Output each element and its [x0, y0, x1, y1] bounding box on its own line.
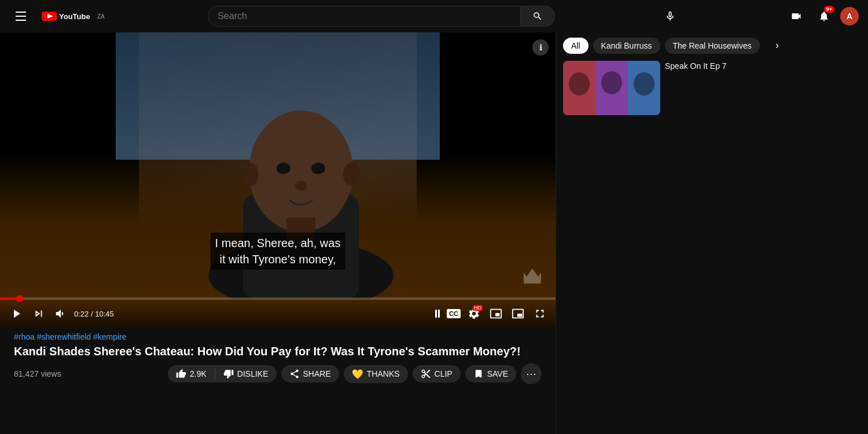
total-time: 10:45: [95, 310, 114, 318]
play-button[interactable]: [7, 304, 25, 323]
notifications-button[interactable]: 9+: [812, 5, 836, 28]
current-time: 0:22: [74, 310, 89, 318]
hamburger-menu-button[interactable]: [9, 5, 32, 28]
svg-point-11: [295, 181, 307, 190]
svg-point-8: [343, 163, 361, 186]
fullscreen-button[interactable]: [531, 305, 549, 322]
fullscreen-icon: [534, 307, 546, 320]
svg-text:YouTube: YouTube: [59, 12, 90, 21]
svg-point-19: [634, 72, 654, 95]
thanks-button[interactable]: 💛 THANKS: [344, 365, 408, 383]
video-subtitle: I mean, Sheree, ah, was it with Tyrone's…: [211, 233, 345, 270]
like-dislike-group: 2.9K DISLIKE: [168, 365, 277, 382]
crown-watermark: [521, 264, 544, 287]
svg-rect-12: [524, 281, 541, 284]
svg-point-18: [601, 71, 622, 94]
search-bar: [208, 6, 555, 27]
cc-button[interactable]: CC: [447, 309, 461, 318]
youtube-logo[interactable]: YouTube ZA: [42, 10, 105, 22]
info-button[interactable]: ℹ: [532, 39, 549, 56]
svg-point-17: [569, 72, 590, 95]
save-button[interactable]: SAVE: [465, 365, 516, 382]
view-count: 81,427 views: [14, 369, 61, 378]
svg-point-7: [241, 163, 259, 186]
voice-search-button[interactable]: [659, 5, 682, 28]
share-label: SHARE: [303, 369, 331, 378]
hamburger-icon: [11, 7, 31, 25]
main-layout: I mean, Sheree, ah, was it with Tyrone's…: [0, 32, 868, 434]
search-button[interactable]: [521, 6, 555, 27]
video-tags[interactable]: #rhoa #sherewhitfield #kempire: [14, 332, 542, 341]
related-video-title: Speak On It Ep 7: [665, 61, 781, 71]
below-video: #rhoa #sherewhitfield #kempire Kandi Sha…: [0, 328, 556, 434]
share-button[interactable]: SHARE: [281, 365, 339, 382]
notification-badge: 9+: [824, 6, 834, 13]
pip-button[interactable]: [509, 305, 527, 322]
miniplayer-icon: [490, 307, 502, 320]
time-display: 0:22 / 10:45: [74, 310, 114, 318]
create-icon: [790, 10, 802, 22]
skip-next-icon: [32, 307, 45, 320]
next-button[interactable]: [30, 305, 47, 322]
subtitle-line2: it with Tyrone's money,: [215, 251, 341, 267]
chip-row: All Kandi Burruss The Real Housewives ›: [563, 37, 781, 54]
related-video-card[interactable]: Speak On It Ep 7: [563, 61, 781, 115]
thanks-label: THANKS: [367, 369, 400, 378]
search-input-wrapper: [208, 6, 521, 27]
related-thumb-image: [563, 61, 660, 115]
clip-button[interactable]: CLIP: [413, 365, 461, 382]
svg-point-5: [249, 111, 353, 232]
chip-real-housewives[interactable]: The Real Housewives: [665, 38, 760, 54]
clip-label: CLIP: [435, 369, 453, 378]
chip-all[interactable]: All: [563, 38, 589, 54]
subtitle-line1: I mean, Sheree, ah, was: [215, 235, 341, 251]
more-options-button[interactable]: ⋯: [521, 363, 542, 384]
user-avatar-button[interactable]: A: [840, 7, 859, 25]
youtube-wordmark-icon: YouTube: [42, 10, 94, 22]
save-label: SAVE: [487, 369, 508, 378]
dislike-label: DISLIKE: [237, 369, 269, 378]
pause-bar2: [438, 310, 440, 318]
pause-bar1: [435, 310, 437, 318]
video-title: Kandi Shades Sheree's Chateau: How Did Y…: [14, 344, 542, 359]
sidebar: All Kandi Burruss The Real Housewives ›: [556, 32, 788, 434]
volume-icon: [54, 307, 67, 320]
chip-scroll-right-button[interactable]: ›: [773, 37, 781, 54]
svg-point-10: [311, 163, 325, 174]
svg-point-9: [277, 163, 290, 174]
top-navigation: YouTube ZA 9+ A: [0, 0, 868, 32]
settings-wrapper: HD: [465, 305, 483, 322]
video-section: I mean, Sheree, ah, was it with Tyrone's…: [0, 32, 556, 434]
thanks-icon: 💛: [352, 369, 363, 380]
related-video-info: Speak On It Ep 7: [665, 61, 781, 115]
search-icon: [532, 11, 543, 21]
save-icon: [473, 369, 484, 379]
thumbs-down-icon: [223, 369, 234, 379]
volume-button[interactable]: [52, 305, 69, 322]
search-input[interactable]: [208, 6, 520, 26]
pause-toggle-button[interactable]: [433, 307, 442, 320]
nav-right: 9+ A: [785, 5, 859, 28]
chip-kandi[interactable]: Kandi Burruss: [593, 38, 660, 54]
microphone-icon: [664, 10, 676, 22]
pip-icon: [512, 307, 524, 320]
share-icon: [289, 369, 300, 379]
miniplayer-button[interactable]: [487, 305, 505, 322]
dislike-button[interactable]: DISLIKE: [215, 365, 277, 382]
country-badge: ZA: [97, 13, 105, 20]
thumbs-up-icon: [176, 369, 186, 379]
video-frame: I mean, Sheree, ah, was it with Tyrone's…: [0, 32, 556, 328]
video-meta-row: 81,427 views 2.9K DISLIKE: [14, 363, 542, 384]
nav-left: YouTube ZA: [9, 5, 105, 28]
video-player[interactable]: I mean, Sheree, ah, was it with Tyrone's…: [0, 32, 556, 328]
scissors-icon: [421, 369, 431, 379]
create-button[interactable]: [785, 5, 808, 28]
hd-badge: HD: [473, 305, 483, 311]
like-button[interactable]: 2.9K: [168, 365, 215, 382]
play-icon: [9, 307, 23, 321]
related-thumbnail: [563, 61, 660, 115]
like-count: 2.9K: [190, 369, 207, 378]
video-controls-bar: 0:22 / 10:45 CC: [0, 300, 556, 328]
